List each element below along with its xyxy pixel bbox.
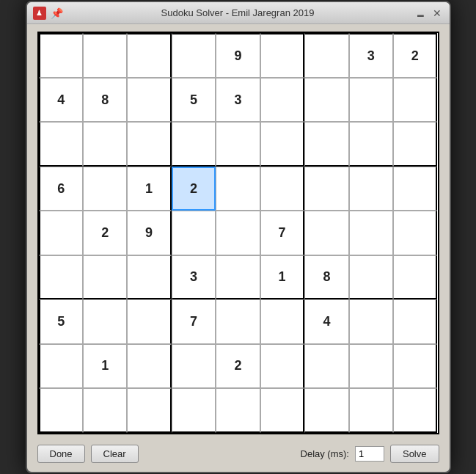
sudoku-cell[interactable] [216, 299, 260, 343]
main-content: 932485361229731857412 [27, 24, 450, 438]
window-title: Sudoku Solver - Emil Jaregran 2019 [63, 7, 413, 18]
sudoku-cell[interactable] [393, 122, 437, 166]
pin-icon[interactable]: 📌 [51, 7, 63, 19]
sudoku-cell[interactable] [39, 33, 83, 77]
sudoku-cell[interactable] [83, 122, 127, 166]
titlebar-left: ♟ 📌 [33, 7, 63, 20]
sudoku-grid: 932485361229731857412 [37, 32, 439, 434]
sudoku-cell[interactable] [304, 388, 348, 432]
sudoku-cell[interactable]: 7 [260, 211, 304, 255]
delay-input[interactable] [355, 446, 384, 462]
sudoku-cell[interactable] [349, 211, 393, 255]
sudoku-cell[interactable] [83, 167, 127, 211]
sudoku-cell[interactable] [127, 78, 171, 122]
solve-button[interactable]: Solve [390, 445, 439, 463]
app-window: ♟ 📌 Sudoku Solver - Emil Jaregran 2019 🗕… [26, 1, 451, 473]
sudoku-cell[interactable] [260, 33, 304, 77]
sudoku-cell[interactable]: 2 [172, 167, 216, 211]
sudoku-cell[interactable]: 1 [83, 344, 127, 388]
sudoku-cell[interactable] [349, 299, 393, 343]
sudoku-cell[interactable]: 3 [172, 255, 216, 299]
sudoku-cell[interactable] [216, 211, 260, 255]
done-button[interactable]: Done [37, 445, 85, 463]
sudoku-cell[interactable] [172, 33, 216, 77]
sudoku-cell[interactable]: 9 [216, 33, 260, 77]
sudoku-cell[interactable] [83, 33, 127, 77]
sudoku-cell[interactable] [349, 255, 393, 299]
sudoku-cell[interactable]: 4 [304, 299, 348, 343]
sudoku-cell[interactable] [260, 167, 304, 211]
sudoku-cell[interactable]: 3 [349, 33, 393, 77]
titlebar-controls: 🗕 ✕ [413, 7, 444, 19]
sudoku-cell[interactable]: 1 [260, 255, 304, 299]
sudoku-cell[interactable] [349, 167, 393, 211]
sudoku-cell[interactable] [304, 167, 348, 211]
clear-button[interactable]: Clear [91, 445, 139, 463]
sudoku-cell[interactable]: 5 [172, 78, 216, 122]
app-icon: ♟ [33, 7, 46, 20]
sudoku-cell[interactable] [172, 122, 216, 166]
sudoku-cell[interactable] [260, 344, 304, 388]
sudoku-cell[interactable] [127, 388, 171, 432]
sudoku-cell[interactable] [260, 122, 304, 166]
sudoku-cell[interactable] [260, 78, 304, 122]
sudoku-cell[interactable]: 6 [39, 167, 83, 211]
sudoku-cell[interactable] [172, 388, 216, 432]
minimize-button[interactable]: 🗕 [413, 7, 428, 19]
sudoku-cell[interactable] [304, 78, 348, 122]
delay-label: Delay (ms): [301, 448, 349, 459]
sudoku-cell[interactable] [349, 388, 393, 432]
sudoku-cell[interactable]: 1 [127, 167, 171, 211]
sudoku-cell[interactable] [260, 299, 304, 343]
sudoku-cell[interactable] [304, 344, 348, 388]
sudoku-cell[interactable] [393, 344, 437, 388]
sudoku-cell[interactable] [304, 33, 348, 77]
sudoku-cell[interactable] [216, 255, 260, 299]
sudoku-cell[interactable] [39, 211, 83, 255]
sudoku-cell[interactable]: 2 [216, 344, 260, 388]
sudoku-cell[interactable] [172, 344, 216, 388]
sudoku-cell[interactable] [127, 255, 171, 299]
sudoku-cell[interactable] [39, 344, 83, 388]
sudoku-cell[interactable] [216, 122, 260, 166]
sudoku-cell[interactable]: 5 [39, 299, 83, 343]
sudoku-cell[interactable]: 9 [127, 211, 171, 255]
titlebar: ♟ 📌 Sudoku Solver - Emil Jaregran 2019 🗕… [27, 2, 450, 24]
sudoku-cell[interactable] [83, 255, 127, 299]
close-button[interactable]: ✕ [431, 7, 444, 19]
sudoku-cell[interactable] [127, 299, 171, 343]
footer: Done Clear Delay (ms): Solve [27, 439, 450, 463]
sudoku-cell[interactable] [349, 78, 393, 122]
sudoku-cell[interactable] [393, 78, 437, 122]
sudoku-cell[interactable] [216, 388, 260, 432]
sudoku-cell[interactable] [393, 255, 437, 299]
sudoku-cell[interactable] [127, 122, 171, 166]
sudoku-cell[interactable] [83, 299, 127, 343]
sudoku-cell[interactable] [39, 388, 83, 432]
sudoku-cell[interactable]: 8 [83, 78, 127, 122]
sudoku-cell[interactable]: 4 [39, 78, 83, 122]
sudoku-cell[interactable] [172, 211, 216, 255]
sudoku-cell[interactable]: 7 [172, 299, 216, 343]
sudoku-cell[interactable] [393, 299, 437, 343]
sudoku-cell[interactable] [393, 211, 437, 255]
sudoku-cell[interactable] [216, 167, 260, 211]
sudoku-cell[interactable] [83, 388, 127, 432]
sudoku-cell[interactable]: 2 [393, 33, 437, 77]
sudoku-cell[interactable] [260, 388, 304, 432]
sudoku-cell[interactable]: 2 [83, 211, 127, 255]
sudoku-cell[interactable] [39, 122, 83, 166]
sudoku-cell[interactable]: 8 [304, 255, 348, 299]
sudoku-cell[interactable]: 3 [216, 78, 260, 122]
sudoku-cell[interactable] [39, 255, 83, 299]
sudoku-cell[interactable] [304, 211, 348, 255]
sudoku-cell[interactable] [349, 122, 393, 166]
sudoku-cell[interactable] [393, 388, 437, 432]
sudoku-cell[interactable] [349, 344, 393, 388]
sudoku-cell[interactable] [304, 122, 348, 166]
sudoku-cell[interactable] [127, 344, 171, 388]
sudoku-cell[interactable] [127, 33, 171, 77]
sudoku-cell[interactable] [393, 167, 437, 211]
